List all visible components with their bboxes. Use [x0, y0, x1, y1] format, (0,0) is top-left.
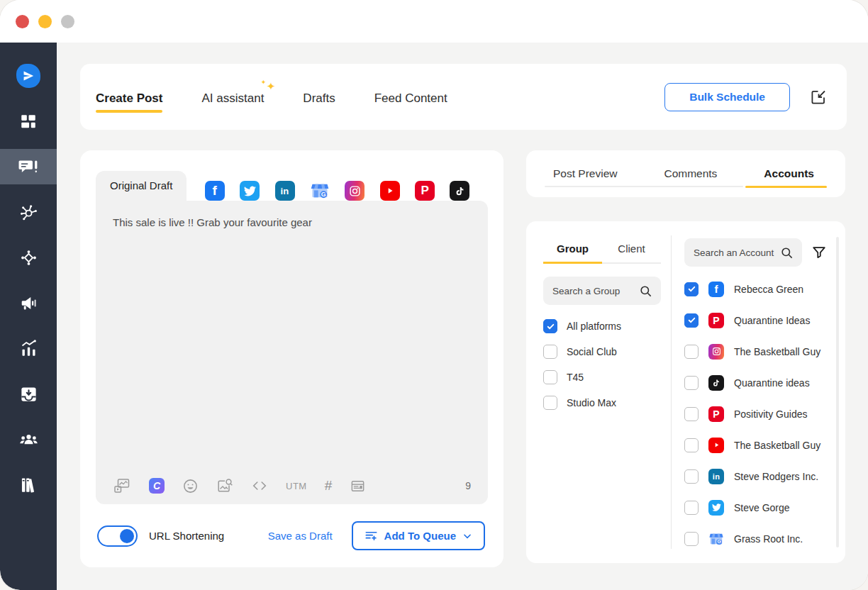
checkbox[interactable]	[543, 396, 557, 410]
facebook-icon[interactable]: f	[205, 181, 225, 201]
active-tab-underline	[745, 186, 827, 188]
bulk-schedule-button[interactable]: Bulk Schedule	[664, 83, 790, 111]
youtube-icon	[708, 438, 724, 453]
dashboard-icon	[19, 112, 38, 130]
tab-group[interactable]: Group	[543, 238, 602, 264]
group-label: T45	[567, 372, 584, 383]
checkbox[interactable]	[684, 313, 699, 328]
sidebar-item-analytics[interactable]	[0, 330, 57, 366]
pinterest-icon[interactable]: P	[415, 181, 435, 201]
editor-toolbar: C	[113, 477, 471, 494]
preview-tab-bar: Post Preview Comments Accounts	[526, 150, 845, 197]
tab-ai-assistant[interactable]: AI assistant ✦✦	[201, 79, 264, 116]
checkbox[interactable]	[684, 407, 699, 421]
hashtag-icon[interactable]: #	[325, 478, 333, 494]
sidebar-item-workflow[interactable]	[0, 240, 57, 275]
close-window-button[interactable]	[16, 15, 29, 28]
editor-footer: URL Shortening Save as Draft Add To Queu…	[96, 504, 488, 567]
app-logo[interactable]	[0, 58, 57, 94]
tab-accounts[interactable]: Accounts	[764, 167, 814, 180]
svg-text:G: G	[717, 539, 720, 544]
checkbox[interactable]	[684, 438, 699, 452]
group-column: Group Client Search a Group All platf	[526, 233, 671, 552]
megaphone-icon	[19, 294, 38, 313]
account-row[interactable]: The Basketball Guy	[684, 340, 827, 362]
sidebar-item-posts[interactable]	[0, 149, 57, 184]
save-as-draft-link[interactable]: Save as Draft	[268, 530, 333, 542]
account-name: Steve Gorge	[734, 502, 790, 513]
compose-icon[interactable]	[810, 89, 827, 106]
code-snippet-icon[interactable]	[251, 478, 268, 494]
sidebar-item-team[interactable]	[0, 421, 57, 457]
account-row[interactable]: Quarantine ideas	[684, 372, 827, 394]
account-row[interactable]: P Quarantine Ideas	[684, 309, 827, 331]
checkbox[interactable]	[684, 501, 699, 515]
tab-create-post[interactable]: Create Post	[96, 79, 162, 116]
group-item[interactable]: Studio Max	[543, 396, 661, 410]
canva-icon[interactable]: C	[149, 478, 165, 494]
pinterest-icon: P	[708, 406, 724, 422]
checkbox[interactable]	[543, 370, 557, 384]
tab-label: Drafts	[303, 91, 335, 105]
account-name: The Basketball Guy	[734, 440, 820, 451]
url-shortening-toggle[interactable]	[97, 525, 138, 547]
group-label: Studio Max	[567, 397, 616, 408]
group-label: Social Club	[567, 346, 617, 357]
checkbox[interactable]	[684, 376, 699, 390]
tab-feed-content[interactable]: Feed Content	[374, 79, 447, 116]
group-item[interactable]: All platforms	[543, 319, 661, 333]
checkbox[interactable]	[543, 345, 557, 359]
google-business-icon[interactable]: G	[310, 181, 330, 201]
tab-drafts[interactable]: Drafts	[303, 79, 335, 116]
account-row[interactable]: Steve Gorge	[684, 496, 827, 518]
sidebar-item-social-network[interactable]	[0, 194, 57, 230]
group-search-input[interactable]: Search a Group	[543, 277, 661, 305]
article-template-icon[interactable]	[350, 478, 366, 494]
checkbox[interactable]	[684, 469, 699, 484]
tab-client[interactable]: Client	[602, 238, 661, 264]
checkbox[interactable]	[684, 345, 699, 359]
youtube-icon[interactable]	[380, 181, 400, 201]
original-draft-tab[interactable]: Original Draft	[96, 171, 187, 201]
group-item[interactable]: T45	[543, 370, 661, 384]
emoji-icon[interactable]	[182, 478, 199, 494]
tab-post-preview[interactable]: Post Preview	[553, 167, 617, 180]
tiktok-icon[interactable]	[450, 181, 469, 201]
main-content: Create Post AI assistant ✦✦ Drafts Feed …	[57, 43, 868, 590]
maximize-window-button[interactable]	[61, 15, 74, 28]
account-row[interactable]: in Steve Rodgers Inc.	[684, 465, 827, 487]
utm-icon[interactable]: UTM	[286, 481, 307, 491]
account-row[interactable]: The Basketball Guy	[684, 434, 827, 456]
twitter-icon[interactable]	[240, 181, 260, 201]
filter-icon[interactable]	[811, 245, 827, 260]
checkbox[interactable]	[684, 532, 699, 546]
checkbox[interactable]	[543, 319, 557, 333]
account-name: Quarantine ideas	[734, 377, 810, 389]
account-row[interactable]: f Rebecca Green	[684, 278, 827, 300]
group-label: All platforms	[567, 321, 621, 332]
tab-label: AI assistant	[201, 91, 264, 105]
network-hub-icon	[19, 203, 38, 222]
account-row[interactable]: G Grass Root Inc.	[684, 528, 827, 550]
sidebar-item-library[interactable]	[0, 467, 57, 502]
instagram-icon[interactable]	[345, 181, 365, 201]
checkbox[interactable]	[684, 282, 699, 296]
url-shortening-label: URL Shortening	[149, 530, 224, 542]
app-window: Create Post AI assistant ✦✦ Drafts Feed …	[0, 0, 868, 590]
minimize-window-button[interactable]	[38, 15, 52, 28]
tab-comments[interactable]: Comments	[664, 167, 717, 180]
account-row[interactable]: P Positivity Guides	[684, 403, 827, 425]
media-upload-icon[interactable]	[113, 477, 131, 494]
linkedin-icon[interactable]: in	[275, 181, 295, 201]
accounts-scrollbar[interactable]	[836, 237, 839, 547]
sidebar-item-campaigns[interactable]	[0, 285, 57, 321]
post-content-input[interactable]: This sale is live !! Grab your favourite…	[96, 201, 488, 504]
search-icon	[780, 246, 794, 260]
account-search-input[interactable]: Search an Account	[684, 238, 802, 267]
image-search-icon[interactable]	[216, 477, 233, 494]
sidebar-item-inbox[interactable]	[0, 376, 57, 411]
sidebar-item-dashboard[interactable]	[0, 104, 57, 139]
group-search-placeholder: Search a Group	[552, 286, 633, 296]
group-item[interactable]: Social Club	[543, 345, 661, 359]
add-to-queue-button[interactable]: Add To Queue	[352, 521, 485, 550]
